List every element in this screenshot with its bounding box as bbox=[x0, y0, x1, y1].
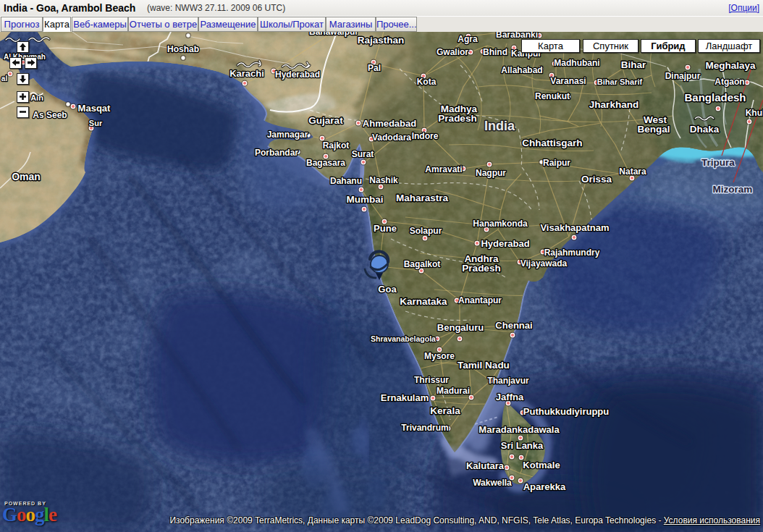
svg-text:Kota: Kota bbox=[417, 77, 437, 87]
svg-text:Ahmedabad: Ahmedabad bbox=[363, 118, 416, 129]
svg-text:Nagpur: Nagpur bbox=[476, 168, 506, 178]
svg-text:Maharastra: Maharastra bbox=[396, 193, 449, 203]
svg-text:Hanamkonda: Hanamkonda bbox=[473, 219, 528, 229]
svg-text:Bengaluru: Bengaluru bbox=[437, 322, 484, 333]
svg-text:Tripura: Tripura bbox=[701, 157, 735, 168]
svg-text:Meghalaya: Meghalaya bbox=[705, 60, 756, 71]
svg-text:Karnataka: Karnataka bbox=[400, 296, 447, 307]
svg-text:Bangladesh: Bangladesh bbox=[684, 91, 746, 104]
svg-text:Pradesh: Pradesh bbox=[438, 113, 476, 124]
svg-text:Karachi: Karachi bbox=[229, 68, 264, 79]
svg-text:Amravati: Amravati bbox=[425, 164, 462, 174]
svg-text:Dhaka: Dhaka bbox=[690, 124, 720, 135]
svg-text:Mumbai: Mumbai bbox=[346, 194, 383, 205]
svg-text:Mysore: Mysore bbox=[424, 351, 455, 361]
svg-text:Hoshab: Hoshab bbox=[167, 44, 199, 54]
svg-text:Jharkhand: Jharkhand bbox=[589, 99, 638, 110]
svg-text:Hyderabad: Hyderabad bbox=[481, 238, 529, 249]
svg-text:Hyderabad: Hyderabad bbox=[275, 69, 320, 80]
svg-text:Bhind: Bhind bbox=[483, 47, 507, 57]
svg-text:Kotmale: Kotmale bbox=[523, 460, 560, 470]
svg-text:Visakhapatnam: Visakhapatnam bbox=[540, 222, 609, 233]
svg-text:Rajasthan: Rajasthan bbox=[358, 35, 405, 46]
svg-text:Varanasi: Varanasi bbox=[550, 76, 586, 86]
svg-text:Ernakulam: Ernakulam bbox=[381, 392, 429, 403]
svg-text:Tamil Nadu: Tamil Nadu bbox=[458, 360, 510, 371]
svg-text:Renukut: Renukut bbox=[535, 91, 570, 101]
svg-text:Maradankadawala: Maradankadawala bbox=[479, 424, 560, 435]
svg-text:Nashik: Nashik bbox=[369, 175, 398, 185]
svg-text:Pune: Pune bbox=[374, 223, 397, 234]
svg-text:Vijayawada: Vijayawada bbox=[520, 258, 568, 269]
svg-text:al: al bbox=[1, 75, 8, 83]
svg-text:As Seeb: As Seeb bbox=[33, 110, 67, 120]
svg-text:Kerala: Kerala bbox=[430, 405, 460, 416]
svg-text:Gujarat: Gujarat bbox=[308, 115, 343, 126]
svg-text:Aparekka: Aparekka bbox=[523, 481, 566, 492]
svg-text:Bagasara: Bagasara bbox=[306, 158, 345, 168]
svg-text:Raipur: Raipur bbox=[543, 158, 570, 168]
svg-text:Trivandrum: Trivandrum bbox=[401, 423, 448, 433]
svg-text:Chennai: Chennai bbox=[495, 320, 532, 331]
svg-text:Orissa: Orissa bbox=[581, 174, 612, 185]
svg-text:India: India bbox=[484, 119, 515, 133]
svg-text:Indore: Indore bbox=[412, 131, 439, 141]
svg-text:Chhattisgarh: Chhattisgarh bbox=[522, 138, 582, 148]
svg-text:Dinajpur: Dinajpur bbox=[665, 71, 701, 81]
svg-text:Sur: Sur bbox=[89, 119, 103, 127]
svg-text:Kalutara: Kalutara bbox=[466, 460, 505, 471]
svg-text:Masqat: Masqat bbox=[78, 103, 111, 114]
svg-text:Bahawalpur: Bahawalpur bbox=[309, 32, 358, 37]
svg-text:Madhubani: Madhubani bbox=[554, 58, 599, 68]
svg-text:Pradesh: Pradesh bbox=[462, 263, 500, 274]
svg-text:Vadodara: Vadodara bbox=[372, 132, 411, 143]
svg-text:Rajkot: Rajkot bbox=[323, 140, 350, 151]
svg-text:Dahanu: Dahanu bbox=[330, 176, 362, 186]
svg-text:Bengal: Bengal bbox=[637, 124, 670, 135]
svg-text:Porbandar: Porbandar bbox=[255, 148, 298, 158]
svg-text:Bihar: Bihar bbox=[621, 59, 646, 70]
svg-text:Allahabad: Allahabad bbox=[501, 65, 542, 75]
svg-text:Atgaon: Atgaon bbox=[714, 77, 744, 87]
svg-text:Wakwella: Wakwella bbox=[473, 478, 512, 488]
svg-text:Gwalior: Gwalior bbox=[437, 47, 468, 57]
svg-text:Thrissur: Thrissur bbox=[414, 375, 449, 385]
svg-text:Bagalkot: Bagalkot bbox=[404, 259, 441, 269]
svg-text:Shravanabelagola: Shravanabelagola bbox=[371, 334, 436, 343]
svg-text:Mizoram: Mizoram bbox=[713, 184, 753, 195]
svg-text:Bihar Sharif: Bihar Sharif bbox=[597, 77, 643, 86]
svg-text:Khulna: Khulna bbox=[746, 108, 763, 118]
svg-text:Jamnagar: Jamnagar bbox=[267, 130, 308, 140]
svg-text:Surat: Surat bbox=[352, 149, 374, 159]
svg-text:Jaffna: Jaffna bbox=[496, 392, 524, 402]
svg-text:Thanjavur: Thanjavur bbox=[487, 376, 529, 386]
svg-text:Rajahmundry: Rajahmundry bbox=[544, 248, 600, 258]
svg-text:Sri Lanka: Sri Lanka bbox=[501, 440, 544, 451]
svg-text:Agra: Agra bbox=[458, 34, 478, 44]
svg-text:Goa: Goa bbox=[378, 284, 397, 295]
svg-text:Solapur: Solapur bbox=[410, 226, 442, 236]
svg-text:Natara: Natara bbox=[619, 166, 646, 177]
svg-text:Madurai: Madurai bbox=[437, 386, 470, 396]
svg-text:Pal: Pal bbox=[368, 63, 381, 73]
svg-text:Oman: Oman bbox=[12, 171, 41, 182]
svg-text:Anantapur: Anantapur bbox=[458, 295, 502, 305]
svg-text:Puthukkudiyiruppu: Puthukkudiyiruppu bbox=[523, 406, 610, 417]
